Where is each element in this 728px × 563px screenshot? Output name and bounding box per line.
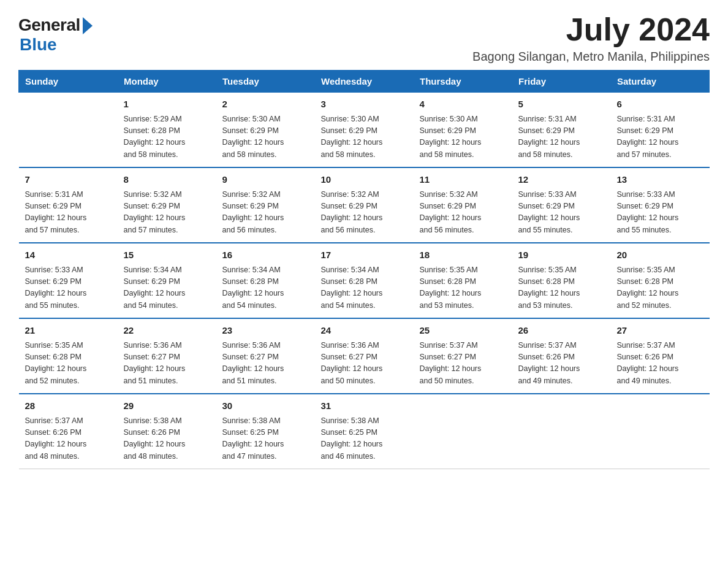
day-number: 19 bbox=[518, 248, 605, 262]
calendar-table: SundayMondayTuesdayWednesdayThursdayFrid… bbox=[18, 70, 710, 469]
calendar-cell: 17Sunrise: 5:34 AMSunset: 6:28 PMDayligh… bbox=[315, 243, 414, 318]
calendar-cell: 6Sunrise: 5:31 AMSunset: 6:29 PMDaylight… bbox=[611, 93, 710, 168]
calendar-week-row: 1Sunrise: 5:29 AMSunset: 6:28 PMDaylight… bbox=[19, 93, 710, 168]
day-number: 27 bbox=[617, 324, 703, 338]
calendar-cell: 29Sunrise: 5:38 AMSunset: 6:26 PMDayligh… bbox=[118, 394, 216, 469]
day-number: 2 bbox=[222, 98, 309, 112]
location-subtitle: Bagong Silangan, Metro Manila, Philippin… bbox=[472, 50, 710, 64]
day-number: 26 bbox=[518, 324, 605, 338]
day-info: Sunrise: 5:38 AMSunset: 6:25 PMDaylight:… bbox=[321, 415, 408, 463]
day-info: Sunrise: 5:36 AMSunset: 6:27 PMDaylight:… bbox=[124, 340, 210, 388]
day-number: 28 bbox=[25, 399, 112, 413]
title-block: July 2024 Bagong Silangan, Metro Manila,… bbox=[472, 12, 710, 64]
calendar-week-row: 14Sunrise: 5:33 AMSunset: 6:29 PMDayligh… bbox=[19, 243, 710, 318]
day-number: 8 bbox=[124, 173, 210, 187]
calendar-cell: 15Sunrise: 5:34 AMSunset: 6:29 PMDayligh… bbox=[118, 243, 216, 318]
calendar-header-thursday: Thursday bbox=[414, 71, 512, 93]
day-number: 21 bbox=[25, 324, 112, 338]
page-header: General Blue July 2024 Bagong Silangan, … bbox=[18, 12, 710, 64]
month-year-title: July 2024 bbox=[472, 12, 710, 47]
day-info: Sunrise: 5:37 AMSunset: 6:27 PMDaylight:… bbox=[420, 340, 506, 388]
day-number: 15 bbox=[124, 248, 210, 262]
day-number: 18 bbox=[420, 248, 506, 262]
day-number: 4 bbox=[420, 98, 506, 112]
calendar-cell: 19Sunrise: 5:35 AMSunset: 6:28 PMDayligh… bbox=[512, 243, 611, 318]
day-number: 9 bbox=[222, 173, 309, 187]
day-info: Sunrise: 5:34 AMSunset: 6:28 PMDaylight:… bbox=[222, 264, 309, 312]
day-number: 1 bbox=[124, 98, 210, 112]
day-info: Sunrise: 5:34 AMSunset: 6:29 PMDaylight:… bbox=[124, 264, 210, 312]
day-info: Sunrise: 5:35 AMSunset: 6:28 PMDaylight:… bbox=[518, 264, 605, 312]
calendar-cell: 26Sunrise: 5:37 AMSunset: 6:26 PMDayligh… bbox=[512, 318, 611, 394]
calendar-cell: 14Sunrise: 5:33 AMSunset: 6:29 PMDayligh… bbox=[19, 243, 118, 318]
day-info: Sunrise: 5:30 AMSunset: 6:29 PMDaylight:… bbox=[222, 113, 309, 161]
day-info: Sunrise: 5:34 AMSunset: 6:28 PMDaylight:… bbox=[321, 264, 408, 312]
day-info: Sunrise: 5:33 AMSunset: 6:29 PMDaylight:… bbox=[518, 189, 605, 237]
calendar-cell: 23Sunrise: 5:36 AMSunset: 6:27 PMDayligh… bbox=[216, 318, 315, 394]
calendar-cell: 2Sunrise: 5:30 AMSunset: 6:29 PMDaylight… bbox=[216, 93, 315, 168]
calendar-header-monday: Monday bbox=[118, 71, 216, 93]
day-number: 12 bbox=[518, 173, 605, 187]
calendar-cell: 30Sunrise: 5:38 AMSunset: 6:25 PMDayligh… bbox=[216, 394, 315, 469]
calendar-week-row: 7Sunrise: 5:31 AMSunset: 6:29 PMDaylight… bbox=[19, 167, 710, 243]
calendar-header-saturday: Saturday bbox=[611, 71, 710, 93]
calendar-cell: 9Sunrise: 5:32 AMSunset: 6:29 PMDaylight… bbox=[216, 167, 315, 243]
calendar-cell: 31Sunrise: 5:38 AMSunset: 6:25 PMDayligh… bbox=[315, 394, 414, 469]
logo-blue-text: Blue bbox=[20, 35, 57, 55]
calendar-cell: 21Sunrise: 5:35 AMSunset: 6:28 PMDayligh… bbox=[19, 318, 118, 394]
day-info: Sunrise: 5:36 AMSunset: 6:27 PMDaylight:… bbox=[222, 340, 309, 388]
calendar-cell: 7Sunrise: 5:31 AMSunset: 6:29 PMDaylight… bbox=[19, 167, 118, 243]
day-number: 25 bbox=[420, 324, 506, 338]
calendar-cell: 27Sunrise: 5:37 AMSunset: 6:26 PMDayligh… bbox=[611, 318, 710, 394]
day-number: 29 bbox=[124, 399, 210, 413]
calendar-cell: 18Sunrise: 5:35 AMSunset: 6:28 PMDayligh… bbox=[414, 243, 512, 318]
calendar-cell: 22Sunrise: 5:36 AMSunset: 6:27 PMDayligh… bbox=[118, 318, 216, 394]
day-info: Sunrise: 5:38 AMSunset: 6:26 PMDaylight:… bbox=[124, 415, 210, 463]
day-info: Sunrise: 5:31 AMSunset: 6:29 PMDaylight:… bbox=[617, 113, 703, 161]
calendar-cell: 10Sunrise: 5:32 AMSunset: 6:29 PMDayligh… bbox=[315, 167, 414, 243]
calendar-cell: 4Sunrise: 5:30 AMSunset: 6:29 PMDaylight… bbox=[414, 93, 512, 168]
calendar-cell: 5Sunrise: 5:31 AMSunset: 6:29 PMDaylight… bbox=[512, 93, 611, 168]
day-info: Sunrise: 5:32 AMSunset: 6:29 PMDaylight:… bbox=[420, 189, 506, 237]
day-info: Sunrise: 5:32 AMSunset: 6:29 PMDaylight:… bbox=[124, 189, 210, 237]
day-number: 3 bbox=[321, 98, 408, 112]
calendar-cell: 24Sunrise: 5:36 AMSunset: 6:27 PMDayligh… bbox=[315, 318, 414, 394]
day-info: Sunrise: 5:31 AMSunset: 6:29 PMDaylight:… bbox=[518, 113, 605, 161]
calendar-cell: 12Sunrise: 5:33 AMSunset: 6:29 PMDayligh… bbox=[512, 167, 611, 243]
calendar-cell: 11Sunrise: 5:32 AMSunset: 6:29 PMDayligh… bbox=[414, 167, 512, 243]
calendar-cell bbox=[414, 394, 512, 469]
calendar-cell bbox=[611, 394, 710, 469]
day-number: 11 bbox=[420, 173, 506, 187]
day-number: 6 bbox=[617, 98, 703, 112]
day-info: Sunrise: 5:37 AMSunset: 6:26 PMDaylight:… bbox=[518, 340, 605, 388]
day-info: Sunrise: 5:38 AMSunset: 6:25 PMDaylight:… bbox=[222, 415, 309, 463]
day-info: Sunrise: 5:36 AMSunset: 6:27 PMDaylight:… bbox=[321, 340, 408, 388]
day-info: Sunrise: 5:30 AMSunset: 6:29 PMDaylight:… bbox=[321, 113, 408, 161]
day-info: Sunrise: 5:33 AMSunset: 6:29 PMDaylight:… bbox=[617, 189, 703, 237]
day-info: Sunrise: 5:35 AMSunset: 6:28 PMDaylight:… bbox=[420, 264, 506, 312]
day-number: 14 bbox=[25, 248, 112, 262]
day-number: 5 bbox=[518, 98, 605, 112]
day-info: Sunrise: 5:35 AMSunset: 6:28 PMDaylight:… bbox=[25, 340, 112, 388]
logo-general-text: General bbox=[18, 15, 80, 35]
calendar-cell: 28Sunrise: 5:37 AMSunset: 6:26 PMDayligh… bbox=[19, 394, 118, 469]
day-info: Sunrise: 5:29 AMSunset: 6:28 PMDaylight:… bbox=[124, 113, 210, 161]
day-info: Sunrise: 5:35 AMSunset: 6:28 PMDaylight:… bbox=[617, 264, 703, 312]
day-number: 10 bbox=[321, 173, 408, 187]
logo: General Blue bbox=[18, 12, 93, 55]
calendar-cell: 16Sunrise: 5:34 AMSunset: 6:28 PMDayligh… bbox=[216, 243, 315, 318]
logo-arrow-icon bbox=[83, 17, 93, 34]
calendar-cell bbox=[512, 394, 611, 469]
day-info: Sunrise: 5:32 AMSunset: 6:29 PMDaylight:… bbox=[222, 189, 309, 237]
calendar-cell: 25Sunrise: 5:37 AMSunset: 6:27 PMDayligh… bbox=[414, 318, 512, 394]
day-number: 22 bbox=[124, 324, 210, 338]
calendar-header-sunday: Sunday bbox=[19, 71, 118, 93]
day-number: 24 bbox=[321, 324, 408, 338]
day-info: Sunrise: 5:32 AMSunset: 6:29 PMDaylight:… bbox=[321, 189, 408, 237]
calendar-header-wednesday: Wednesday bbox=[315, 71, 414, 93]
calendar-cell: 3Sunrise: 5:30 AMSunset: 6:29 PMDaylight… bbox=[315, 93, 414, 168]
calendar-week-row: 21Sunrise: 5:35 AMSunset: 6:28 PMDayligh… bbox=[19, 318, 710, 394]
day-info: Sunrise: 5:37 AMSunset: 6:26 PMDaylight:… bbox=[617, 340, 703, 388]
calendar-header-row: SundayMondayTuesdayWednesdayThursdayFrid… bbox=[19, 71, 710, 93]
day-info: Sunrise: 5:31 AMSunset: 6:29 PMDaylight:… bbox=[25, 189, 112, 237]
